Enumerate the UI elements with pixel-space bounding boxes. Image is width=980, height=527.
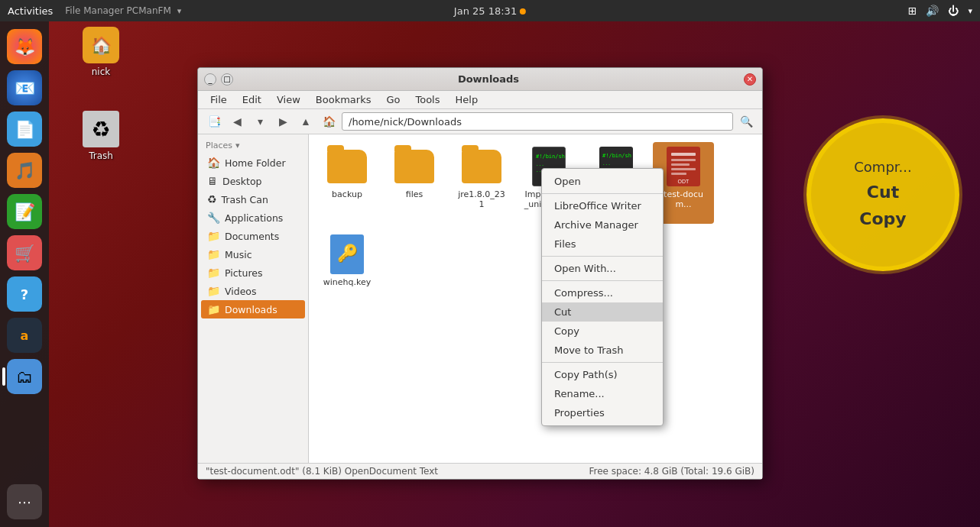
volume-icon[interactable]: 🔊 — [926, 5, 939, 17]
taskbar-app-grid[interactable]: ⋯ — [7, 484, 42, 519]
fm-window-controls: _ □ — [204, 73, 233, 86]
taskbar-nautilus[interactable]: 🗂 — [7, 359, 42, 394]
ctx-open-with[interactable]: Open With... — [542, 259, 663, 278]
menu-bookmarks[interactable]: Bookmarks — [310, 92, 378, 107]
dropdown-history-button[interactable]: ▾ — [250, 112, 270, 131]
sidebar-item-desktop[interactable]: 🖥 Desktop — [201, 172, 305, 190]
minimize-button[interactable]: _ — [204, 73, 216, 86]
music-folder-icon: 📁 — [207, 248, 220, 260]
address-bar[interactable]: /home/nick/Downloads — [342, 112, 733, 131]
sidebar-item-home[interactable]: 🏠 Home Folder — [201, 154, 305, 172]
taskbar: 🦊 📧 📄 🎵 📝 🛒 ? a 🗂 ⋯ — [0, 21, 49, 527]
ctx-cut[interactable]: Cut — [542, 302, 663, 322]
sidebar-item-applications[interactable]: 🔧 Applications — [201, 209, 305, 227]
files-icon: 📄 — [15, 120, 35, 139]
amazon-icon: a — [21, 328, 29, 343]
downloads-folder-icon: 📁 — [207, 303, 220, 315]
jre-label: jre1.8.0_231 — [456, 189, 508, 209]
fm-window-title: Downloads — [233, 73, 744, 85]
places-header: Places ▾ — [198, 139, 308, 154]
sidebar-item-downloads[interactable]: 📁 Downloads — [201, 300, 305, 318]
pictures-folder-icon: 📁 — [207, 267, 220, 279]
statusbar-right: Free space: 4.8 GiB (Total: 19.6 GiB) — [589, 466, 754, 477]
ctx-files[interactable]: Files — [542, 234, 663, 254]
taskbar-software[interactable]: 🛒 — [7, 235, 42, 270]
desktop-trash-icon[interactable]: ♻ Trash — [83, 111, 119, 161]
trash-label: Trash — [89, 150, 113, 161]
menu-help[interactable]: Help — [449, 92, 485, 107]
desktop-icon: 🖥 — [207, 175, 218, 187]
test-doc-label: test-docum... — [657, 189, 709, 209]
file-jre[interactable]: jre1.8.0_231 — [451, 142, 512, 224]
files-folder-icon — [394, 147, 434, 186]
svg-rect-9 — [671, 153, 696, 156]
new-tab-button[interactable]: 📑 — [204, 112, 224, 131]
ctx-copy[interactable]: Copy — [542, 322, 663, 341]
ctx-copy-paths[interactable]: Copy Path(s) — [542, 365, 663, 384]
ctx-move-to-trash[interactable]: Move to Trash — [542, 341, 663, 360]
fm-statusbar: "test-document.odt" (8.1 KiB) OpenDocume… — [198, 463, 762, 479]
firefox-icon: 🦊 — [15, 37, 35, 57]
menu-file[interactable]: File — [204, 92, 233, 107]
taskbar-firefox[interactable]: 🦊 — [7, 29, 42, 64]
ctx-open[interactable]: Open — [542, 172, 663, 191]
topbar-right: ⊞ 🔊 ⏻ ▾ — [908, 5, 972, 17]
menu-view[interactable]: View — [271, 92, 307, 107]
file-winehq[interactable]: 🔑 winehq.key — [316, 230, 378, 292]
fm-sidebar: Places ▾ 🏠 Home Folder 🖥 Desktop ♻ Trash… — [198, 134, 309, 463]
menu-edit[interactable]: Edit — [236, 92, 268, 107]
parent-button[interactable]: ▲ — [296, 112, 316, 131]
ctx-rename[interactable]: Rename... — [542, 384, 663, 403]
taskbar-thunderbird[interactable]: 📧 — [7, 70, 42, 105]
videos-folder-icon: 📁 — [207, 285, 220, 297]
taskbar-libreoffice[interactable]: 📝 — [7, 194, 42, 229]
forward-button[interactable]: ▶ — [273, 112, 293, 131]
test-doc-file-icon: ODT — [664, 147, 703, 186]
taskbar-help[interactable]: ? — [7, 276, 42, 312]
applications-icon: 🔧 — [207, 212, 220, 224]
winehq-label: winehq.key — [323, 277, 372, 287]
menu-go[interactable]: Go — [380, 92, 406, 107]
desktop-nick-icon[interactable]: 🏠 nick — [83, 27, 119, 77]
svg-rect-11 — [671, 163, 690, 166]
ctx-properties[interactable]: Properties — [542, 403, 663, 422]
taskbar-files[interactable]: 📄 — [7, 112, 42, 147]
search-button[interactable]: 🔍 — [736, 112, 756, 131]
file-files[interactable]: files — [384, 142, 445, 224]
activities-button[interactable]: Activities — [8, 5, 53, 17]
topbar: Activities File Manager PCManFM ▾ Jan 25… — [0, 0, 980, 21]
taskbar-amazon[interactable]: a — [7, 318, 42, 353]
system-dropdown-icon[interactable]: ▾ — [968, 6, 972, 16]
file-backup[interactable]: backup — [316, 142, 378, 224]
places-dropdown-icon[interactable]: ▾ — [235, 141, 240, 150]
power-icon[interactable]: ⏻ — [948, 5, 959, 17]
home-button[interactable]: 🏠 — [319, 112, 339, 131]
highlight-cut-text: Cut — [867, 179, 899, 205]
svg-text:ODT: ODT — [678, 179, 690, 184]
winehq-file-icon: 🔑 — [327, 234, 367, 274]
statusbar-left: "test-document.odt" (8.1 KiB) OpenDocume… — [206, 466, 438, 477]
topbar-left: Activities File Manager PCManFM ▾ — [8, 5, 181, 17]
fm-content[interactable]: backup files jre1.8.0_231 — [309, 134, 762, 463]
context-menu: Open LibreOffice Writer Archive Manager … — [541, 168, 664, 426]
fm-toolbar: 📑 ◀ ▾ ▶ ▲ 🏠 /home/nick/Downloads 🔍 — [198, 109, 762, 134]
maximize-button[interactable]: □ — [221, 73, 233, 86]
nick-label: nick — [92, 66, 111, 77]
sidebar-item-videos[interactable]: 📁 Videos — [201, 282, 305, 300]
menu-tools[interactable]: Tools — [409, 92, 446, 107]
sidebar-item-documents[interactable]: 📁 Documents — [201, 227, 305, 245]
svg-text:...: ... — [602, 160, 611, 166]
close-button[interactable]: ✕ — [744, 73, 756, 86]
documents-folder-icon: 📁 — [207, 230, 220, 242]
sidebar-item-music[interactable]: 📁 Music — [201, 245, 305, 264]
app-dropdown-icon[interactable]: ▾ — [177, 6, 182, 16]
ctx-sep-4 — [542, 362, 663, 363]
ctx-archive-manager[interactable]: Archive Manager — [542, 215, 663, 234]
ctx-sep-3 — [542, 280, 663, 281]
ctx-libreoffice-writer[interactable]: LibreOffice Writer — [542, 196, 663, 215]
taskbar-rhythmbox[interactable]: 🎵 — [7, 153, 42, 188]
ctx-compress[interactable]: Compress... — [542, 283, 663, 302]
sidebar-item-trash-can[interactable]: ♻ Trash Can — [201, 190, 305, 209]
sidebar-item-pictures[interactable]: 📁 Pictures — [201, 264, 305, 282]
back-button[interactable]: ◀ — [227, 112, 247, 131]
